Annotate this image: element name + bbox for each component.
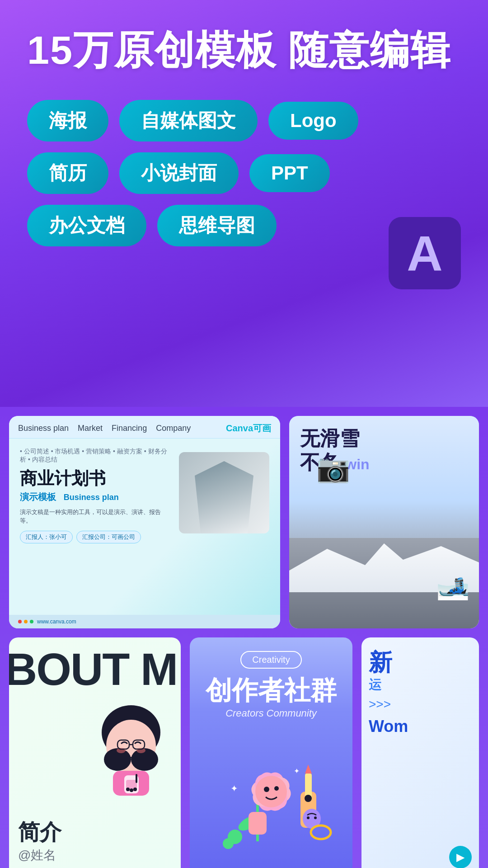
about-bg-text: BOUT M xyxy=(9,646,177,692)
dot-yellow xyxy=(24,620,28,623)
cards-row-1: Business plan Market Financing Company C… xyxy=(0,407,488,633)
svg-rect-28 xyxy=(249,812,267,835)
svg-point-13 xyxy=(130,788,133,792)
card-header: Business plan Market Financing Company C… xyxy=(9,416,280,439)
dot-red xyxy=(18,620,22,623)
svg-rect-15 xyxy=(136,774,137,783)
adobe-icon[interactable]: A xyxy=(389,217,461,289)
about-bottom-text: 简介 @姓名 xyxy=(18,818,172,864)
tag-logo[interactable]: Logo xyxy=(268,102,358,140)
card-tag-company: 汇报公司：可画公司 xyxy=(76,531,141,543)
card-text: • 公司简述 • 市场机遇 • 营销策略 • 融资方案 • 财务分析 • 内容总… xyxy=(20,448,172,606)
building-shape xyxy=(195,461,253,533)
svg-text:✦: ✦ xyxy=(230,783,238,793)
nav-market: Market xyxy=(78,424,103,433)
tag-row-2: 简历 小说封面 PPT xyxy=(27,152,461,194)
about-username: @姓名 xyxy=(18,848,56,862)
card-about-me[interactable]: BOUT M xyxy=(9,637,181,868)
card-tag-reporter: 汇报人：张小可 xyxy=(20,531,73,543)
tag-office[interactable]: 办公文档 xyxy=(27,205,146,246)
hero-title: 15万原创模板 随意编辑 xyxy=(27,27,461,73)
creativity-illustration: ✦ ✦ xyxy=(199,728,343,864)
card-content: • 公司简述 • 市场机遇 • 营销策略 • 融资方案 • 财务分析 • 内容总… xyxy=(9,439,280,615)
wom-title-line1: 新 xyxy=(369,648,472,676)
card-snow[interactable]: 无滑雪 不冬 win 📷 🎿 xyxy=(289,416,479,628)
card-main-title: 商业计划书 xyxy=(20,468,172,489)
card-subtitle-cn: 演示模板 Business plan xyxy=(20,491,172,503)
nav-business: Business plan xyxy=(18,424,69,433)
character-svg xyxy=(86,696,176,796)
tag-mindmap[interactable]: 思维导图 xyxy=(157,205,277,246)
hero-section: 15万原创模板 随意编辑 海报 自媒体图文 Logo 简历 小说封面 PPT 办… xyxy=(0,0,488,407)
svg-point-19 xyxy=(223,838,234,849)
tag-poster[interactable]: 海报 xyxy=(27,100,108,142)
card-url: www.canva.com xyxy=(37,618,76,625)
card-wom[interactable]: 新 运 >>> Wom ▶ xyxy=(361,637,479,868)
svg-point-34 xyxy=(307,816,310,819)
wom-arrows: >>> xyxy=(369,697,472,712)
svg-text:✦: ✦ xyxy=(294,767,300,775)
creativity-badge: Creativity xyxy=(240,651,301,669)
wom-play-button[interactable]: ▶ xyxy=(449,846,472,868)
wom-text: Wom xyxy=(369,717,472,736)
camera-icon: 📷 xyxy=(316,452,350,484)
svg-marker-31 xyxy=(305,764,312,774)
svg-point-27 xyxy=(274,786,279,791)
creativity-subtitle: Creators Community xyxy=(225,708,317,719)
svg-point-36 xyxy=(311,826,331,839)
nav-company: Company xyxy=(156,424,191,433)
nav-financing: Financing xyxy=(112,424,147,433)
snow-title-line1: 无滑雪 xyxy=(300,427,468,451)
play-icon: ▶ xyxy=(456,851,465,863)
card-business-plan[interactable]: Business plan Market Financing Company C… xyxy=(9,416,280,628)
cards-section: Business plan Market Financing Company C… xyxy=(0,407,488,868)
flower-svg: ✦ ✦ xyxy=(203,728,339,864)
skier-figure: 🎿 xyxy=(436,569,470,601)
tag-novel[interactable]: 小说封面 xyxy=(119,152,239,194)
card-tags: 汇报人：张小可 汇报公司：可画公司 xyxy=(20,531,172,543)
card-breadcrumb: • 公司简述 • 市场机遇 • 营销策略 • 融资方案 • 财务分析 • 内容总… xyxy=(20,448,172,464)
dot-green xyxy=(30,620,33,623)
canva-logo: Canva可画 xyxy=(226,422,271,434)
wom-title-line2: 运 xyxy=(369,676,472,693)
svg-point-35 xyxy=(314,816,317,819)
tag-row-1: 海报 自媒体图文 Logo xyxy=(27,100,461,142)
card-desc: 演示文稿是一种实用的工具，可以是演示、演讲、报告等。 xyxy=(20,508,172,525)
svg-point-14 xyxy=(133,788,137,791)
snow-mountain: 🎿 xyxy=(289,511,479,628)
svg-point-25 xyxy=(255,776,287,807)
creativity-title: 创作者社群 xyxy=(206,676,337,705)
tag-ppt[interactable]: PPT xyxy=(249,154,330,192)
cards-row-2: BOUT M xyxy=(0,633,488,868)
card-footer: www.canva.com xyxy=(9,615,280,628)
card-building-image xyxy=(179,452,269,533)
card-creativity[interactable]: Creativity 创作者社群 Creators Community xyxy=(190,637,352,868)
svg-point-26 xyxy=(264,787,269,792)
svg-point-12 xyxy=(126,788,130,791)
svg-point-32 xyxy=(305,795,312,802)
about-label: 简介 xyxy=(18,818,172,847)
card-dots xyxy=(18,620,33,623)
about-character xyxy=(86,696,176,796)
adobe-a-letter: A xyxy=(407,228,442,278)
tag-resume[interactable]: 简历 xyxy=(27,152,108,194)
tag-media[interactable]: 自媒体图文 xyxy=(119,100,258,142)
